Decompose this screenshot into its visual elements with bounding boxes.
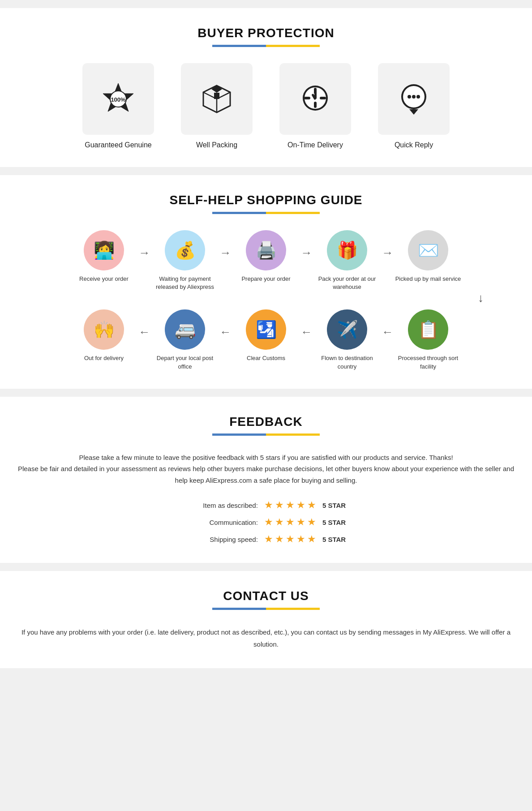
guide-step-circle: ✈️ (327, 309, 367, 350)
arrow-left-icon: ← (220, 309, 232, 357)
svg-rect-8 (214, 93, 219, 99)
shopping-guide-title: SELF-HELP SHOPPING GUIDE (13, 193, 519, 207)
arrow-left-icon: ← (301, 309, 313, 357)
guide-row2-step: 🙌 Out for delivery (69, 309, 139, 362)
guide-wrap: 👩‍💻 Receive your order → 💰 Waiting for p… (13, 230, 519, 371)
buyer-protection-section: BUYER PROTECTION 100% Guaranteed Genuine… (0, 8, 532, 167)
blue-bar-3 (212, 433, 266, 436)
rating-row: Item as described: ★★★★★ 5 STAR (186, 499, 346, 511)
bp-icon-guaranteed-genuine: 100% (82, 63, 154, 135)
svg-point-19 (408, 95, 411, 99)
blue-bar-4 (212, 608, 266, 610)
guide-step-label: Clear Customs (247, 354, 285, 362)
guide-row1-step: 👩‍💻 Receive your order (69, 230, 139, 283)
yellow-bar-4 (266, 608, 320, 610)
guide-row2: 🙌 Out for delivery ← 🚐 Depart your local… (69, 309, 463, 370)
bp-icon-on-time-delivery (279, 63, 351, 135)
guide-step-circle: 🙌 (84, 309, 124, 350)
buyer-protection-grid: 100% Guaranteed Genuine Well Packing On-… (13, 63, 519, 149)
svg-text:100%: 100% (111, 96, 126, 103)
yellow-bar-2 (266, 212, 320, 214)
guide-step-circle: 🎁 (327, 230, 367, 270)
star-icon: ★ (286, 533, 295, 545)
bp-icon-well-packing (181, 63, 253, 135)
bp-item: 100% Guaranteed Genuine (78, 63, 159, 149)
rating-row: Communication: ★★★★★ 5 STAR (186, 516, 346, 528)
guide-row1-step: 🖨️ Prepare your order (232, 230, 301, 283)
arrow-left-icon: ← (139, 309, 150, 357)
guide-row2-step: ✈️ Flown to destination country (313, 309, 382, 370)
rating-row: Shipping speed: ★★★★★ 5 STAR (186, 533, 346, 545)
guide-step-label: Processed through sort facility (394, 354, 463, 370)
arrow-right-icon: → (139, 230, 150, 278)
bp-label: Well Packing (196, 141, 237, 149)
title-underline-feedback (13, 433, 519, 436)
yellow-bar-3 (266, 433, 320, 436)
star-icon: ★ (264, 499, 273, 511)
star-badge: 5 STAR (322, 519, 346, 526)
guide-step-circle: 🛂 (246, 309, 286, 350)
guide-row1-step: ✉️ Picked up by mail service (394, 230, 463, 283)
contact-title: CONTACT US (13, 589, 519, 603)
contact-text: If you have any problems with your order… (13, 626, 519, 650)
guide-step-label: Picked up by mail service (395, 275, 461, 283)
svg-point-21 (416, 95, 420, 99)
buyer-protection-title: BUYER PROTECTION (13, 26, 519, 40)
star-icon: ★ (296, 516, 305, 528)
shopping-guide-section: SELF-HELP SHOPPING GUIDE 👩‍💻 Receive you… (0, 175, 532, 389)
down-arrow-area: ↓ (13, 291, 519, 305)
svg-rect-16 (314, 92, 317, 99)
guide-step-label: Pack your order at our warehouse (313, 275, 382, 291)
rating-label: Shipping speed: (186, 536, 258, 543)
star-icon: ★ (275, 516, 284, 528)
yellow-bar (266, 45, 320, 47)
contact-section: CONTACT US If you have any problems with… (0, 571, 532, 668)
arrow-right-icon: → (301, 230, 313, 278)
arrow-left-icon: ← (382, 309, 394, 357)
rating-label: Communication: (186, 519, 258, 526)
guide-step-label: Waiting for payment released by Aliexpre… (150, 275, 220, 291)
bp-item: Quick Reply (373, 63, 454, 149)
star-icon: ★ (275, 499, 284, 511)
stars-group: ★★★★★ (264, 533, 316, 545)
svg-rect-12 (314, 102, 317, 108)
feedback-description: Please take a few minute to leave the po… (13, 452, 519, 486)
guide-row2-step: 📋 Processed through sort facility (394, 309, 463, 370)
guide-step-label: Flown to destination country (313, 354, 382, 370)
guide-step-circle: 📋 (408, 309, 448, 350)
bp-label: Quick Reply (395, 141, 433, 149)
svg-rect-14 (320, 97, 326, 99)
svg-marker-22 (409, 109, 418, 115)
guide-step-label: Depart your local post office (150, 354, 220, 370)
star-icon: ★ (264, 533, 273, 545)
guide-row2-step: 🚐 Depart your local post office (150, 309, 220, 370)
guide-step-label: Prepare your order (241, 275, 290, 283)
title-underline-buyer (13, 45, 519, 47)
title-underline-contact (13, 608, 519, 610)
svg-rect-13 (304, 97, 310, 99)
blue-bar-2 (212, 212, 266, 214)
guide-step-circle: 💰 (165, 230, 205, 270)
guide-step-circle: 👩‍💻 (84, 230, 124, 270)
guide-step-label: Receive your order (79, 275, 129, 283)
bp-item: On-Time Delivery (275, 63, 356, 149)
star-badge: 5 STAR (322, 502, 346, 509)
arrow-right-icon: → (220, 230, 232, 278)
bp-label: On-Time Delivery (287, 141, 343, 149)
star-icon: ★ (264, 516, 273, 528)
star-icon: ★ (286, 499, 295, 511)
svg-point-20 (412, 95, 416, 99)
guide-step-label: Out for delivery (84, 354, 124, 362)
star-icon: ★ (307, 533, 316, 545)
star-icon: ★ (307, 499, 316, 511)
star-icon: ★ (275, 533, 284, 545)
star-icon: ★ (296, 533, 305, 545)
feedback-title: FEEDBACK (13, 415, 519, 429)
guide-step-circle: ✉️ (408, 230, 448, 270)
bp-label: Guaranteed Genuine (85, 141, 151, 149)
bp-item: Well Packing (176, 63, 257, 149)
guide-row2-step: 🛂 Clear Customs (232, 309, 301, 362)
title-underline-guide (13, 212, 519, 214)
svg-marker-7 (211, 86, 222, 93)
stars-group: ★★★★★ (264, 499, 316, 511)
